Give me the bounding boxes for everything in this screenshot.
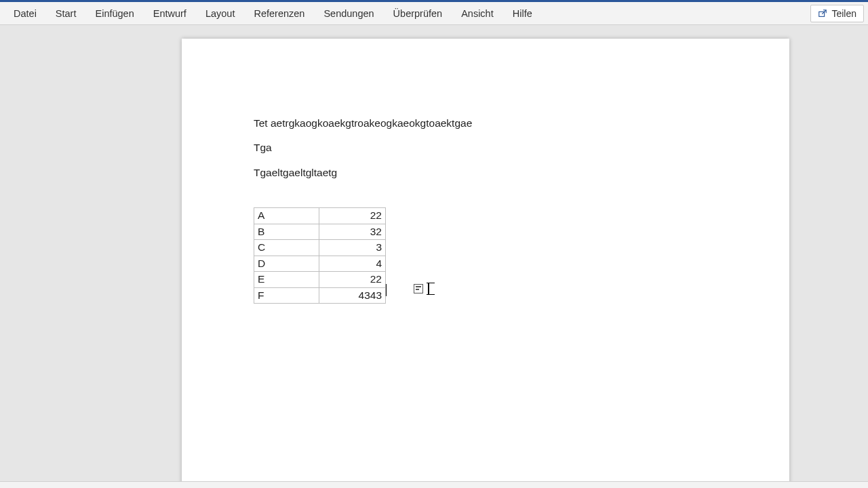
table-row[interactable]: F 4343 (254, 287, 386, 303)
table-cell-label[interactable]: E (254, 272, 319, 287)
table-cell-value[interactable]: 4 (319, 256, 386, 271)
status-bar (0, 481, 868, 488)
table-cell-value[interactable]: 4343 (319, 287, 386, 303)
table-cell-value[interactable]: 3 (319, 240, 386, 256)
table-row[interactable]: B 32 (254, 224, 386, 239)
table-cell-label[interactable]: D (254, 256, 319, 271)
menu-hilfe[interactable]: Hilfe (503, 2, 542, 24)
page[interactable]: Tet aetrgkaogkoaekgtroakeogkaeokgtoaektg… (182, 39, 789, 481)
share-label: Teilen (831, 8, 856, 19)
table-cell-label[interactable]: B (254, 224, 319, 239)
table-cell-label[interactable]: C (254, 240, 319, 256)
menu-start[interactable]: Start (46, 2, 86, 24)
menu-entwurf[interactable]: Entwurf (144, 2, 196, 24)
menu-layout[interactable]: Layout (196, 2, 245, 24)
table-cell-value[interactable]: 22 (319, 208, 386, 224)
table-row[interactable]: D 4 (254, 256, 386, 271)
table-row[interactable]: C 3 (254, 240, 386, 256)
menu-ansicht[interactable]: Ansicht (452, 2, 503, 24)
menu-datei[interactable]: Datei (4, 2, 46, 24)
paragraph[interactable]: Tgaeltgaeltgltaetg (254, 165, 717, 180)
paragraph[interactable]: Tet aetrgkaogkoaekgtroakeogkaeokgtoaektg… (254, 116, 717, 131)
document-canvas[interactable]: Tet aetrgkaogkoaekgtroakeogkaeokgtoaektg… (0, 25, 868, 481)
menu-ueberpruefen[interactable]: Überprüfen (384, 2, 452, 24)
table-row[interactable]: A 22 (254, 208, 386, 224)
share-button[interactable]: Teilen (810, 5, 864, 22)
paste-options-icon[interactable] (414, 284, 423, 293)
menu-bar: Datei Start Einfügen Entwurf Layout Refe… (0, 2, 868, 25)
i-beam-cursor-icon (426, 283, 431, 295)
paragraph[interactable]: Tga (254, 140, 717, 155)
text-caret (386, 284, 387, 296)
table-cell-value[interactable]: 32 (319, 224, 386, 239)
menu-sendungen[interactable]: Sendungen (314, 2, 383, 24)
table-cell-value[interactable]: 22 (319, 272, 386, 287)
menu-referenzen[interactable]: Referenzen (244, 2, 314, 24)
table-row[interactable]: E 22 (254, 272, 386, 287)
page-content[interactable]: Tet aetrgkaogkoaekgtroakeogkaeokgtoaektg… (182, 39, 789, 304)
document-table[interactable]: A 22 B 32 C 3 D 4 E 22 (254, 207, 386, 304)
menu-einfuegen[interactable]: Einfügen (85, 2, 143, 24)
table-cell-label[interactable]: F (254, 287, 319, 303)
table-cell-label[interactable]: A (254, 208, 319, 224)
share-icon (818, 9, 827, 18)
paste-options-floater[interactable] (414, 283, 431, 295)
